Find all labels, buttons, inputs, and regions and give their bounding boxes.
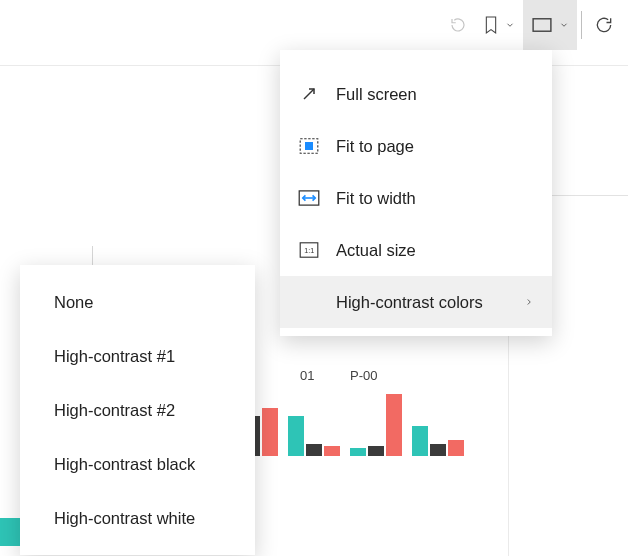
bar [386,394,402,456]
actual-size-icon: 1:1 [298,242,320,258]
submenu-item-hc2[interactable]: High-contrast #2 [20,383,255,437]
chevron-right-icon [524,293,534,312]
menu-item-label: High-contrast colors [336,293,483,312]
bar [324,446,340,456]
refresh-icon [594,15,614,35]
menu-item-label: Full screen [336,85,417,104]
menu-item-fullscreen[interactable]: Full screen [280,68,552,120]
toolbar [441,0,628,50]
submenu-item-hc1[interactable]: High-contrast #1 [20,329,255,383]
bar [368,446,384,456]
menu-item-fit-page[interactable]: Fit to page [280,120,552,172]
submenu-item-hc-white[interactable]: High-contrast white [20,491,255,545]
chevron-down-icon [505,16,515,34]
bookmark-button[interactable] [475,0,523,50]
svg-rect-3 [305,142,313,150]
toolbar-separator [581,11,582,39]
submenu-item-label: High-contrast black [54,455,195,474]
chevron-down-icon [559,16,569,34]
submenu-item-hc-black[interactable]: High-contrast black [20,437,255,491]
fullscreen-icon [298,84,320,104]
fit-page-icon [298,138,320,154]
bar [448,440,464,456]
view-menu: Full screen Fit to page Fit to width 1:1… [280,50,552,336]
bar [430,444,446,456]
reset-button[interactable] [441,0,475,50]
submenu-item-label: None [54,293,93,312]
axis-tick: P-00 [350,368,377,383]
view-button[interactable] [523,0,577,50]
bar [412,426,428,456]
fit-width-icon [298,190,320,206]
bookmark-icon [483,15,499,35]
menu-item-label: Actual size [336,241,416,260]
menu-item-label: Fit to width [336,189,416,208]
svg-rect-0 [533,19,551,31]
menu-item-actual-size[interactable]: 1:1 Actual size [280,224,552,276]
bar [350,448,366,456]
submenu-item-label: High-contrast white [54,509,195,528]
svg-line-1 [304,89,314,99]
reset-icon [449,16,467,34]
submenu-item-label: High-contrast #1 [54,347,175,366]
bar [262,408,278,456]
svg-text:1:1: 1:1 [304,246,314,255]
menu-item-label: Fit to page [336,137,414,156]
view-rect-icon [531,17,553,33]
high-contrast-submenu: None High-contrast #1 High-contrast #2 H… [20,265,255,555]
bar [288,416,304,456]
axis-tick: 01 [300,368,314,383]
refresh-button[interactable] [586,0,622,50]
menu-item-fit-width[interactable]: Fit to width [280,172,552,224]
submenu-item-label: High-contrast #2 [54,401,175,420]
bar [306,444,322,456]
menu-item-high-contrast[interactable]: High-contrast colors [280,276,552,328]
submenu-item-none[interactable]: None [20,275,255,329]
